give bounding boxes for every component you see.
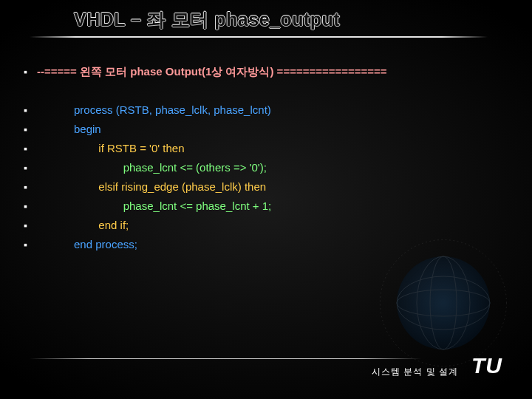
code-line: ▪ end process; xyxy=(24,236,510,253)
footer-logo: TU xyxy=(471,353,502,378)
svg-point-2 xyxy=(397,276,490,330)
code-text: phase_lcnt <= phase_lcnt + 1; xyxy=(37,198,271,214)
footer-label: 시스템 분석 및 설계 xyxy=(372,366,458,378)
code-text: begin xyxy=(37,121,101,137)
code-text: process (RSTB, phase_lclk, phase_lcnt) xyxy=(37,102,271,118)
code-text: phase_lcnt <= (others => '0'); xyxy=(37,160,267,176)
code-text: end process; xyxy=(37,236,137,253)
bullet-icon: ▪ xyxy=(24,198,37,214)
bullet-icon: ▪ xyxy=(24,236,37,253)
svg-point-5 xyxy=(381,240,507,366)
title-area: VHDL – 좌 모터 phase_output xyxy=(74,7,502,38)
bullet-icon: ▪ xyxy=(24,160,37,176)
title-underline xyxy=(30,36,488,38)
bullet-icon: ▪ xyxy=(24,121,37,137)
bullet-icon: ▪ xyxy=(24,102,37,118)
code-line: ▪ elsif rising_edge (phase_lclk) then xyxy=(24,179,510,195)
code-line: ▪ begin xyxy=(24,121,510,137)
code-line: ▪ end if; xyxy=(24,217,510,233)
bullet-icon: ▪ xyxy=(24,64,37,80)
background-globe-decoration xyxy=(377,236,510,369)
code-body: ▪--===== 왼쪽 모터 phase Output(1상 여자방식) ===… xyxy=(24,64,510,256)
footer: 시스템 분석 및 설계 TU xyxy=(30,353,502,378)
code-text: end if; xyxy=(37,217,129,233)
code-text: if RSTB = '0' then xyxy=(37,140,185,157)
code-line: ▪--===== 왼쪽 모터 phase Output(1상 여자방식) ===… xyxy=(24,64,510,80)
code-line: ▪ if RSTB = '0' then xyxy=(24,140,510,157)
bullet-icon: ▪ xyxy=(24,217,37,233)
svg-point-4 xyxy=(417,256,470,349)
code-line xyxy=(24,83,510,99)
code-text: elsif rising_edge (phase_lclk) then xyxy=(37,179,266,195)
code-text: --===== 왼쪽 모터 phase Output(1상 여자방식) ====… xyxy=(37,64,387,80)
page-title: VHDL – 좌 모터 phase_output xyxy=(74,7,502,32)
svg-point-1 xyxy=(397,290,490,316)
svg-point-3 xyxy=(430,256,457,349)
slide: VHDL – 좌 모터 phase_output ▪--===== 왼쪽 모터 … xyxy=(0,0,532,399)
code-line: ▪ phase_lcnt <= phase_lcnt + 1; xyxy=(24,198,510,214)
svg-point-0 xyxy=(397,256,490,349)
bullet-icon: ▪ xyxy=(24,179,37,195)
bullet-icon: ▪ xyxy=(24,140,37,157)
code-line: ▪ process (RSTB, phase_lclk, phase_lcnt) xyxy=(24,102,510,118)
code-line: ▪ phase_lcnt <= (others => '0'); xyxy=(24,160,510,176)
